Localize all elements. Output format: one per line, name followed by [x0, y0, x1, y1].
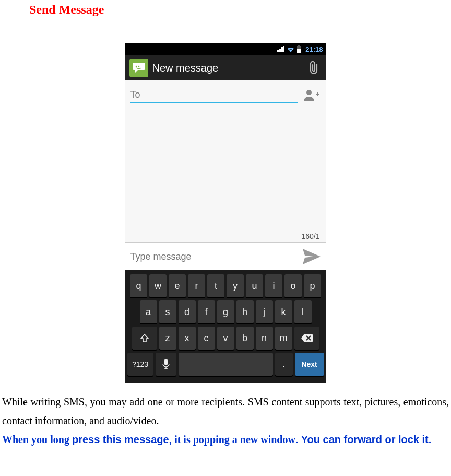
message-thread-area	[125, 107, 326, 232]
svg-rect-1	[297, 49, 301, 53]
key-mic-icon[interactable]	[156, 353, 176, 376]
key-g[interactable]: g	[217, 300, 234, 323]
key-backspace[interactable]	[294, 327, 319, 350]
p2-part-d: . You can forward or lock it.	[295, 434, 431, 445]
key-w[interactable]: w	[149, 274, 167, 297]
wifi-icon	[287, 46, 295, 52]
recipient-input[interactable]	[130, 87, 298, 103]
send-icon[interactable]	[300, 246, 323, 267]
key-period[interactable]: .	[275, 353, 293, 376]
recipient-row	[125, 80, 326, 107]
key-b[interactable]: b	[236, 327, 254, 350]
key-space[interactable]	[179, 353, 273, 376]
key-shift[interactable]	[132, 327, 157, 350]
key-j[interactable]: j	[256, 300, 273, 323]
key-n[interactable]: n	[256, 327, 273, 350]
key-h[interactable]: h	[236, 300, 254, 323]
svg-point-4	[138, 66, 139, 67]
key-d[interactable]: d	[179, 300, 196, 323]
p2-part-c: it is popping a new window	[172, 434, 295, 445]
attachment-icon[interactable]	[305, 60, 322, 76]
key-r[interactable]: r	[188, 274, 205, 297]
key-t[interactable]: t	[207, 274, 224, 297]
key-z[interactable]: z	[159, 327, 176, 350]
key-i[interactable]: i	[265, 274, 282, 297]
svg-rect-6	[164, 359, 168, 365]
compose-row	[125, 242, 326, 270]
page-title: Send Message	[29, 3, 451, 17]
message-input[interactable]	[128, 247, 300, 266]
add-contact-icon[interactable]	[302, 86, 321, 105]
key-p[interactable]: p	[304, 274, 321, 297]
key-m[interactable]: m	[275, 327, 292, 350]
key-e[interactable]: e	[169, 274, 186, 297]
signal-icon	[277, 46, 284, 52]
paragraph-1: While writing SMS, you may add one or mo…	[0, 392, 451, 430]
svg-rect-2	[298, 45, 300, 47]
battery-icon	[297, 45, 301, 53]
paragraph-2: When you long press this message, it is …	[0, 430, 451, 449]
status-clock: 21:18	[305, 45, 323, 53]
svg-point-5	[306, 90, 312, 95]
key-s[interactable]: s	[159, 300, 176, 323]
app-bar: New message	[125, 55, 326, 80]
key-f[interactable]: f	[198, 300, 215, 323]
messaging-app-icon	[129, 59, 148, 77]
soft-keyboard: q w e r t y u i o p a s d f g h j k l	[125, 270, 326, 383]
status-bar: 21:18	[125, 43, 326, 55]
keyboard-row-2: a s d f g h j k l	[127, 300, 324, 323]
key-next[interactable]: Next	[295, 353, 324, 376]
key-c[interactable]: c	[198, 327, 215, 350]
key-q[interactable]: q	[130, 274, 147, 297]
p2-part-a: When you long	[2, 434, 72, 445]
character-counter: 160/1	[125, 232, 326, 242]
key-symbols[interactable]: ?123	[127, 353, 153, 376]
key-x[interactable]: x	[179, 327, 196, 350]
keyboard-row-3: z x c v b n m	[127, 327, 324, 350]
key-a[interactable]: a	[140, 300, 157, 323]
keyboard-row-1: q w e r t y u i o p	[127, 274, 324, 297]
phone-frame: 21:18 New message 160/1	[125, 43, 326, 383]
key-u[interactable]: u	[246, 274, 263, 297]
key-y[interactable]: y	[227, 274, 244, 297]
app-bar-title: New message	[152, 62, 301, 74]
svg-point-3	[135, 66, 137, 67]
key-l[interactable]: l	[294, 300, 312, 323]
keyboard-row-4: ?123 . Next	[127, 353, 324, 376]
key-v[interactable]: v	[217, 327, 234, 350]
p2-part-b: press this message,	[72, 434, 172, 445]
screenshot-container: 21:18 New message 160/1	[0, 43, 451, 383]
key-o[interactable]: o	[284, 274, 302, 297]
key-k[interactable]: k	[275, 300, 292, 323]
